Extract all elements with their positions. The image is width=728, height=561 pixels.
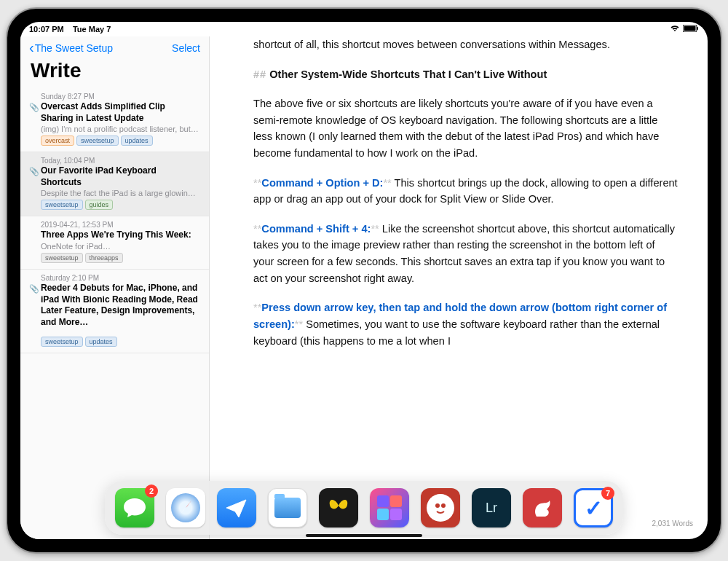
chevron-left-icon: ‹ [29,39,34,56]
note-date: Today, 10:04 PM [41,157,199,165]
word-count: 2,031 Words [652,518,693,530]
markdown-stars: ** [295,318,303,330]
battery-icon [683,25,699,34]
svg-point-7 [435,503,440,508]
bear-app[interactable] [523,488,562,527]
status-time: 10:07 PM [29,25,64,34]
status-left: 10:07 PM Tue May 7 [29,25,111,34]
editor-paragraph: The above five or six shortcuts are like… [253,95,678,161]
badge: 2 [145,484,158,498]
lightroom-icon: Lr [486,501,497,516]
editor-paragraph: shortcut of all, this shortcut moves bet… [253,36,678,53]
note-title: Our Favorite iPad Keyboard Shortcuts [41,165,199,188]
markdown-stars: ** [253,177,261,189]
compass-icon [171,493,200,522]
shortcut-desc: Sometimes, you want to use the software … [253,318,660,347]
svg-marker-5 [186,501,191,508]
note-tags: overcastsweetsetupupdates [41,136,199,146]
status-right [670,25,699,34]
bear-icon [529,495,555,521]
speech-bubble-icon [122,497,147,519]
reader-app[interactable] [421,488,460,527]
editor-heading-line: ##Other System-Wide Shortcuts That I Can… [253,66,678,83]
markdown-stars: ** [253,223,261,235]
back-label: The Sweet Setup [35,42,113,54]
shortcuts-app[interactable] [370,488,409,527]
note-tag: overcast [41,136,74,146]
select-button[interactable]: Select [172,42,200,54]
note-tag: sweetsetup [41,200,83,210]
face-icon [427,494,454,522]
shortcut-name: Command + Shift + 4: [261,223,371,235]
editor-pane[interactable]: shortcut of all, this shortcut moves bet… [210,36,708,539]
svg-marker-6 [180,508,186,515]
note-tag: updates [85,337,117,347]
note-tag: updates [121,136,153,146]
note-date: Sunday 8:27 PM [41,93,199,101]
back-button[interactable]: ‹ The Sweet Setup [29,39,113,56]
note-item[interactable]: 2019-04-21, 12:53 PMThree Apps We're Try… [20,216,209,270]
app-body: ‹ The Sweet Setup Select Write 📎Sunday 8… [20,36,708,539]
screen: 10:07 PM Tue May 7 ‹ The Sweet Setup [20,22,708,539]
checkmark-icon: ✓ [585,495,603,521]
note-tag: sweetsetup [41,337,83,347]
markdown-stars: ** [371,223,379,235]
lightroom-app[interactable]: Lr [472,488,511,527]
attachment-icon: 📎 [29,284,39,294]
markdown-stars: ** [253,302,261,313]
ipad-device-frame: 10:07 PM Tue May 7 ‹ The Sweet Setup [6,7,722,554]
svg-rect-1 [684,26,696,31]
markdown-stars: ** [383,177,391,189]
attachment-icon: 📎 [29,167,39,176]
svg-rect-2 [697,27,699,30]
wifi-icon [670,25,680,34]
editor-heading: Other System-Wide Shortcuts That I Can't… [269,68,547,80]
note-date: Saturday 2:10 PM [41,274,199,282]
files-app[interactable] [268,488,307,527]
note-item[interactable]: 📎Today, 10:04 PMOur Favorite iPad Keyboa… [20,152,209,216]
drafts-app[interactable] [319,488,358,527]
safari-app[interactable] [166,488,205,527]
sidebar: ‹ The Sweet Setup Select Write 📎Sunday 8… [20,36,210,539]
butterfly-icon [325,495,352,522]
mail-app[interactable] [217,488,256,527]
status-bar: 10:07 PM Tue May 7 [20,22,708,36]
markdown-hashes: ## [253,68,266,80]
note-tag: threeapps [85,253,123,263]
status-date: Tue May 7 [73,25,111,34]
note-title: Three Apps We're Trying This Week: [41,230,199,241]
note-item[interactable]: 📎Saturday 2:10 PMReeder 4 Debuts for Mac… [20,270,209,353]
dock: 2Lr✓7 [105,481,623,535]
note-tags: sweetsetupthreeapps [41,253,199,263]
paper-plane-icon [224,497,249,519]
note-title: Reeder 4 Debuts for Mac, iPhone, and iPa… [41,283,199,328]
note-item[interactable]: 📎Sunday 8:27 PMOvercast Adds Simplified … [20,88,209,152]
svg-point-8 [441,503,446,508]
messages-app[interactable]: 2 [115,488,154,527]
note-preview: OneNote for iPad… [41,242,199,251]
folder-icon [274,498,301,518]
editor-paragraph: **Press down arrow key, then tap and hol… [253,299,678,349]
note-preview: (img) I'm not a prolific podcast listene… [41,125,199,133]
editor-paragraph: **Command + Shift + 4:** Like the screen… [253,221,678,286]
note-list[interactable]: 📎Sunday 8:27 PMOvercast Adds Simplified … [20,88,209,539]
note-tag: guides [85,200,114,210]
attachment-icon: 📎 [29,103,39,112]
note-tag: sweetsetup [76,136,119,146]
shortcut-name: Command + Option + D: [261,177,383,189]
note-tag: sweetsetup [41,253,83,263]
note-tags: sweetsetupupdates [41,337,199,347]
sidebar-header: ‹ The Sweet Setup Select [20,36,209,59]
note-tags: sweetsetupguides [41,200,199,210]
note-title: Overcast Adds Simplified Clip Sharing in… [41,101,199,124]
home-indicator[interactable] [306,534,422,537]
editor-paragraph: **Command + Option + D:** This shortcut … [253,175,678,208]
shortcuts-icon [377,495,402,520]
sidebar-title: Write [20,59,209,88]
badge: 7 [601,487,614,500]
note-preview: Despite the fact the iPad is a large glo… [41,189,199,197]
things-app[interactable]: ✓7 [574,488,613,527]
note-date: 2019-04-21, 12:53 PM [41,221,199,229]
